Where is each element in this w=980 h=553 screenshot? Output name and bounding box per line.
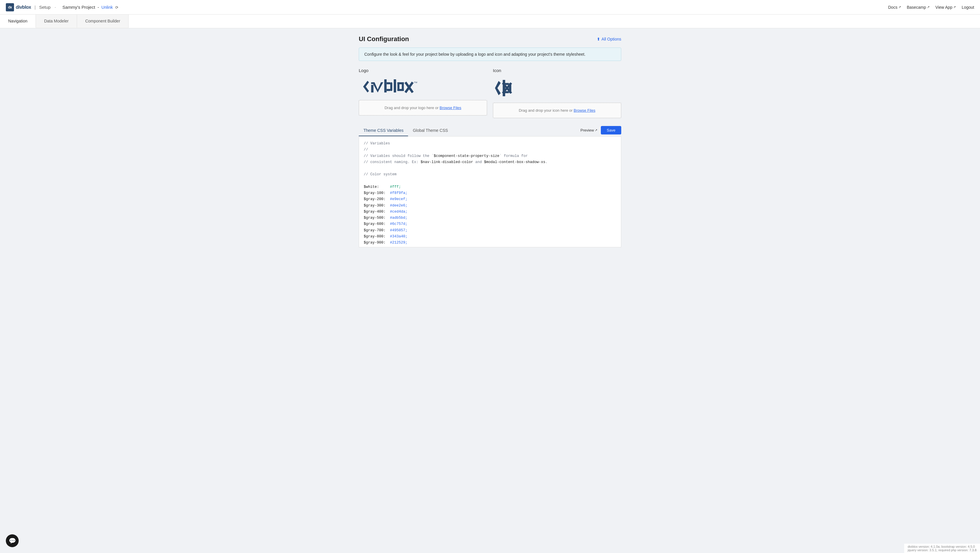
code-editor-section: Theme CSS Variables Global Theme CSS Pre…	[359, 125, 621, 247]
preview-link[interactable]: Preview ↗	[581, 128, 597, 132]
logout-label: Logout	[962, 5, 974, 10]
basecamp-label: Basecamp	[907, 5, 926, 10]
code-tab-global-theme-css[interactable]: Global Theme CSS	[408, 125, 452, 136]
brand-name: divblox	[16, 5, 31, 10]
all-options-button[interactable]: ⬆ All Options	[597, 37, 621, 41]
svg-rect-6	[387, 89, 391, 91]
docs-external-icon: ↗	[898, 5, 901, 9]
logo-browse-link[interactable]: Browse Files	[439, 106, 461, 110]
code-actions: Preview ↗ Save	[581, 126, 621, 136]
logo-label: Logo	[359, 68, 487, 73]
setup-label: Setup	[39, 5, 51, 10]
preview-label: Preview	[581, 128, 594, 132]
svg-rect-17	[503, 80, 505, 96]
view-app-link[interactable]: View App ↗	[935, 5, 956, 10]
unlink-button[interactable]: Unlink	[102, 5, 113, 10]
logo-drop-zone[interactable]: Drag and drop your logo here or Browse F…	[359, 100, 487, 116]
brand-icon: dx	[6, 3, 14, 11]
tab-component-builder-label: Component Builder	[85, 19, 120, 23]
svg-rect-12	[402, 82, 404, 91]
brand-logo: dx divblox	[6, 3, 31, 11]
page-title: UI Configuration	[359, 35, 409, 43]
logout-link[interactable]: Logout	[962, 5, 974, 10]
separator: |	[35, 5, 36, 10]
svg-text:TM: TM	[414, 81, 417, 84]
tab-navigation-label: Navigation	[8, 19, 27, 23]
logo-column: Logo	[359, 68, 487, 118]
svg-rect-18	[505, 83, 509, 85]
svg-rect-19	[505, 91, 509, 93]
page-title-row: UI Configuration ⬆ All Options	[359, 35, 621, 43]
main-content: UI Configuration ⬆ All Options Configure…	[350, 28, 630, 254]
code-tab-theme-css-label: Theme CSS Variables	[363, 128, 403, 133]
header-right: Docs ↗ Basecamp ↗ View App ↗ Logout	[888, 5, 974, 10]
basecamp-external-icon: ↗	[927, 5, 929, 9]
tab-navigation[interactable]: Navigation	[0, 14, 36, 28]
svg-rect-4	[384, 79, 387, 92]
sync-icon: ⟳	[115, 5, 118, 10]
view-app-external-icon: ↗	[953, 5, 956, 9]
code-tabs-row: Theme CSS Variables Global Theme CSS Pre…	[359, 125, 621, 137]
tab-component-builder[interactable]: Component Builder	[77, 14, 129, 28]
svg-rect-5	[387, 82, 391, 84]
icon-drop-text: Drag and drop your icon here or	[519, 108, 574, 113]
code-tab-global-theme-label: Global Theme CSS	[413, 128, 448, 133]
save-button[interactable]: Save	[601, 126, 621, 135]
code-tabs: Theme CSS Variables Global Theme CSS	[359, 125, 453, 136]
info-text: Configure the look & feel for your proje…	[364, 52, 585, 57]
logo-preview: TM	[359, 76, 487, 98]
tabs-bar: Navigation Data Modeler Component Builde…	[0, 14, 980, 28]
divblox-logo-svg: TM	[359, 76, 429, 97]
svg-rect-7	[390, 82, 392, 91]
icon-column: Icon Drag and drop your icon here	[493, 68, 621, 118]
project-name: Sammy's Project - Unlink ⟳	[62, 5, 118, 10]
code-editor[interactable]: // Variables // // Variables should foll…	[359, 137, 621, 247]
svg-rect-8	[394, 79, 396, 92]
divblox-icon-svg	[493, 78, 513, 98]
icon-preview	[493, 76, 621, 100]
icon-label: Icon	[493, 68, 621, 73]
docs-label: Docs	[888, 5, 897, 10]
brand-icon-text: dx	[8, 5, 12, 10]
tab-data-modeler-label: Data Modeler	[44, 19, 68, 23]
assets-row: Logo	[359, 68, 621, 118]
docs-link[interactable]: Docs ↗	[888, 5, 901, 10]
all-options-arrow-icon: ⬆	[597, 37, 600, 41]
basecamp-link[interactable]: Basecamp ↗	[907, 5, 929, 10]
icon-drop-zone[interactable]: Drag and drop your icon here or Browse F…	[493, 103, 621, 118]
svg-marker-3	[372, 82, 383, 92]
svg-rect-2	[371, 85, 374, 92]
logo-drop-text: Drag and drop your logo here or	[384, 106, 439, 110]
header-divider: -	[54, 5, 56, 10]
preview-external-icon: ↗	[595, 128, 597, 132]
svg-marker-16	[495, 81, 501, 95]
view-app-label: View App	[935, 5, 952, 10]
icon-browse-link[interactable]: Browse Files	[574, 108, 595, 113]
code-editor-wrapper: // Variables // // Variables should foll…	[359, 137, 621, 247]
info-banner: Configure the look & feel for your proje…	[359, 48, 621, 61]
main-header: dx divblox | Setup - Sammy's Project - U…	[0, 0, 980, 14]
tab-data-modeler[interactable]: Data Modeler	[36, 14, 77, 28]
project-name-text: Sammy's Project	[62, 5, 95, 10]
svg-marker-0	[363, 81, 369, 92]
svg-rect-11	[398, 82, 399, 91]
header-left: dx divblox | Setup - Sammy's Project - U…	[6, 3, 118, 11]
all-options-label: All Options	[601, 37, 621, 41]
code-tab-theme-css-variables[interactable]: Theme CSS Variables	[359, 125, 408, 136]
